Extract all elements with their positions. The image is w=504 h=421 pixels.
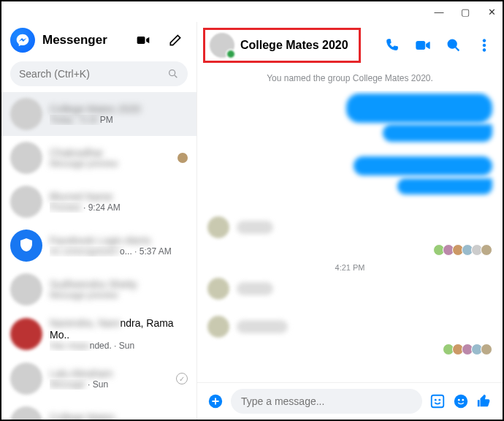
sidebar-header: Messenger (1, 22, 196, 58)
app-title: Messenger (42, 33, 123, 48)
emoji-button[interactable] (453, 393, 469, 409)
conversation-item[interactable]: College Mates 2020 Today · 5:18 PM (1, 92, 196, 136)
annotation-highlight-box: College Mates 2020 (203, 28, 361, 63)
conversation-item[interactable]: Narendra, Narendra, Rama Mo.. Has respon… (1, 311, 196, 357)
conversation-subtext: Message preview (50, 290, 188, 300)
conversation-name: Sudheendra Shetty (50, 278, 188, 290)
conversation-item[interactable]: Chakradhar Message preview (1, 136, 196, 180)
search-conversation-button[interactable] (446, 37, 462, 53)
outgoing-message[interactable] (346, 94, 492, 123)
avatar (10, 406, 42, 420)
svg-point-5 (448, 40, 457, 48)
conversation-subtext: An unrecognized lo... · 5:37 AM (50, 246, 188, 257)
svg-rect-4 (416, 42, 425, 50)
svg-rect-0 (137, 37, 145, 44)
messenger-logo-icon (10, 28, 35, 53)
seen-by-indicators[interactable] (207, 244, 492, 256)
avatar (10, 273, 42, 306)
svg-point-8 (483, 44, 486, 47)
delivered-icon: ✓ (176, 373, 188, 384)
seen-by-indicators[interactable] (207, 344, 492, 355)
new-video-room-button[interactable] (131, 28, 156, 53)
sidebar: Messenger College Mates 2020 Today · 5:1… (1, 22, 197, 420)
avatar (10, 318, 42, 350)
conversation-item[interactable]: Facebook Login Alerts An unrecognized lo… (1, 224, 196, 268)
svg-point-2 (169, 70, 175, 76)
sticker-button[interactable] (429, 393, 446, 409)
search-bar[interactable] (10, 61, 188, 86)
chat-header: College Mates 2020 (197, 22, 503, 69)
search-icon (167, 68, 179, 80)
chat-title[interactable]: College Mates 2020 (240, 39, 348, 52)
message-input[interactable] (241, 395, 412, 407)
like-button[interactable] (476, 393, 492, 409)
avatar (207, 278, 229, 300)
conversation-item[interactable]: Lalu Abraham Message · Sun ✓ (1, 357, 196, 401)
message-list: 4:21 PM (197, 91, 503, 382)
incoming-message (237, 221, 273, 234)
conversation-item[interactable]: College Mates Preview text (1, 401, 196, 420)
window-minimize[interactable]: — (432, 7, 446, 18)
outgoing-message[interactable] (354, 156, 492, 175)
time-separator: 4:21 PM (207, 263, 492, 272)
more-options-button[interactable] (476, 37, 492, 53)
conversation-subtext: Message preview (50, 159, 170, 169)
svg-point-7 (483, 39, 486, 42)
compose-bar (197, 382, 503, 420)
search-input[interactable] (19, 68, 167, 80)
svg-point-13 (438, 399, 440, 401)
svg-point-15 (458, 399, 460, 401)
avatar (10, 186, 42, 218)
conversation-name: College Mates 2020 (50, 103, 188, 115)
conversation-subtext: Message · Sun (50, 379, 169, 390)
incoming-message (237, 282, 273, 295)
avatar (10, 98, 42, 130)
shield-icon (18, 237, 35, 254)
avatar (207, 316, 229, 338)
conversation-name: Narendra, Narendra, Rama Mo.. (50, 317, 188, 341)
conversation-item[interactable]: Blurred Name Preview · 9:24 AM (1, 180, 196, 224)
svg-line-3 (175, 75, 177, 77)
compose-button[interactable] (163, 28, 188, 53)
conversation-list: College Mates 2020 Today · 5:18 PM Chakr… (1, 92, 196, 420)
incoming-message-row[interactable] (207, 278, 492, 300)
conversation-item[interactable]: Sudheendra Shetty Message preview (1, 268, 196, 311)
conversation-subtext: Today · 5:18 PM (50, 115, 188, 125)
compose-input-wrapper[interactable] (231, 389, 422, 414)
conversation-subtext: Has responded. · Sun (50, 341, 188, 351)
conversation-name: Facebook Login Alerts (50, 235, 188, 246)
window-maximize[interactable]: ▢ (459, 7, 472, 18)
svg-line-6 (456, 48, 459, 51)
incoming-message-row[interactable] (207, 216, 492, 238)
audio-call-button[interactable] (384, 37, 400, 53)
svg-point-9 (483, 49, 486, 52)
add-attachment-button[interactable] (207, 393, 224, 409)
conversation-name: Chakradhar (50, 147, 170, 159)
system-message: You named the group College Mates 2020. (197, 69, 503, 91)
conversation-subtext: Preview · 9:24 AM (50, 202, 188, 213)
outgoing-message[interactable] (397, 178, 492, 194)
svg-point-16 (462, 399, 464, 401)
incoming-message-row[interactable] (207, 316, 492, 338)
incoming-message (237, 320, 288, 333)
seen-indicator-icon (177, 153, 188, 163)
window-titlebar: — ▢ ✕ (1, 1, 503, 22)
conversation-name: College Mates (50, 411, 188, 420)
svg-point-14 (454, 395, 467, 408)
chat-avatar[interactable] (210, 33, 234, 58)
video-call-button[interactable] (415, 37, 431, 53)
conversation-name: Blurred Name (50, 191, 188, 202)
avatar (10, 363, 42, 395)
avatar (10, 142, 42, 174)
avatar (10, 230, 42, 262)
outgoing-message[interactable] (383, 124, 492, 142)
avatar (207, 216, 229, 238)
svg-rect-11 (432, 395, 444, 408)
chat-pane: College Mates 2020 You named the group C… (197, 22, 503, 420)
svg-point-12 (435, 399, 437, 401)
window-close[interactable]: ✕ (485, 7, 498, 18)
conversation-name: Lalu Abraham (50, 368, 169, 379)
